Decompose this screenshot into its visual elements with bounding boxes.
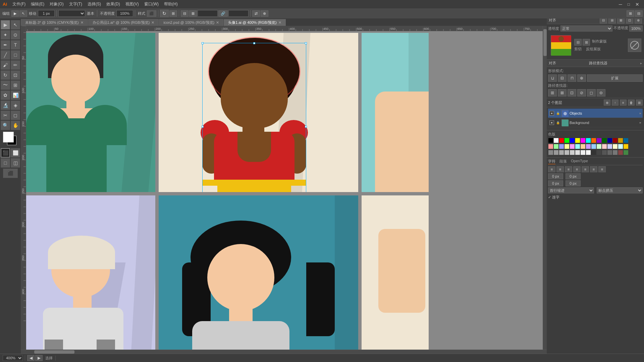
rotate-tool[interactable]: ↻: [1, 70, 10, 80]
swatch[interactable]: [602, 150, 607, 155]
swatch[interactable]: [607, 144, 612, 149]
menu-help[interactable]: 帮助(H): [161, 1, 180, 7]
warp-tool[interactable]: 〜: [1, 80, 10, 90]
layer-lock-objects[interactable]: 🔒: [555, 111, 560, 116]
swatch[interactable]: [624, 144, 628, 149]
new-sublayer-btn[interactable]: ⊕: [604, 100, 610, 106]
zoom-tool[interactable]: 🔍: [1, 121, 10, 130]
space-before-input[interactable]: [566, 173, 581, 179]
hscroll-thumb[interactable]: [34, 350, 74, 354]
layer-eye-objects[interactable]: ●: [549, 111, 554, 116]
pathfinder-section-header[interactable]: 对齐 路径查找器 ▸: [547, 60, 644, 67]
intersect-btn[interactable]: ⊓: [568, 74, 576, 82]
free-transform-tool[interactable]: ⊞: [11, 80, 20, 90]
justify-force-btn[interactable]: ≡: [582, 166, 589, 172]
swatch[interactable]: [565, 150, 569, 155]
swatch[interactable]: [586, 138, 591, 143]
arrange-btn[interactable]: ⊞: [169, 10, 177, 17]
trim-btn[interactable]: ⊠: [558, 89, 567, 97]
tab-close-3[interactable]: ✕: [278, 20, 281, 25]
justify-btn[interactable]: ≡: [573, 166, 581, 172]
swatch[interactable]: [559, 144, 564, 149]
swatch[interactable]: [559, 150, 564, 155]
swatch[interactable]: [613, 138, 618, 143]
w-input[interactable]: [198, 10, 218, 17]
menu-window[interactable]: 窗口(W): [142, 1, 161, 7]
clip-btn-2[interactable]: ⊞: [583, 39, 590, 46]
opacity-value-input[interactable]: [629, 25, 643, 32]
layer-item-objects[interactable]: ● 🔒 Objects ▸: [548, 109, 643, 118]
scissors-tool[interactable]: ✂: [1, 111, 10, 120]
more-btn[interactable]: ⊕: [261, 10, 268, 17]
swatch[interactable]: [607, 138, 612, 143]
swatch[interactable]: [548, 150, 553, 155]
tab-close-0[interactable]: ✕: [80, 20, 84, 25]
vscroll-thumb[interactable]: [543, 29, 547, 56]
layer-lock-background[interactable]: 🔒: [555, 120, 560, 125]
crop-btn[interactable]: ⊘: [577, 89, 586, 97]
eraser-tool[interactable]: ◻: [11, 111, 20, 120]
layer-item-background[interactable]: ● 🔒 Background ▸: [548, 118, 643, 127]
minimize-btn[interactable]: ─: [617, 2, 624, 7]
gradient-tool[interactable]: ⬜: [11, 148, 20, 158]
align-left-btn[interactable]: ≡: [548, 166, 555, 172]
layer-eye-background[interactable]: ●: [549, 120, 554, 125]
opentype-tab[interactable]: OpenType: [571, 159, 588, 164]
char-tab[interactable]: 字符: [548, 159, 555, 164]
swatch[interactable]: [581, 144, 585, 149]
swatch[interactable]: [591, 138, 596, 143]
divide-btn[interactable]: ⊞: [548, 89, 557, 97]
swatch[interactable]: [597, 144, 601, 149]
swatch[interactable]: [624, 150, 628, 155]
minus-front-btn[interactable]: ⊟: [558, 74, 567, 82]
swatch[interactable]: [554, 138, 558, 143]
clip-btn-1[interactable]: ⊟: [574, 39, 582, 46]
pencil-tool[interactable]: ✏: [11, 60, 20, 70]
swatch[interactable]: [570, 150, 575, 155]
stroke-style-select[interactable]: [58, 10, 85, 17]
fill-tool[interactable]: ⬛: [1, 148, 10, 158]
distribute-btn[interactable]: ⊠: [189, 10, 197, 17]
swatch[interactable]: [554, 144, 558, 149]
opacity-input[interactable]: [116, 10, 133, 17]
swatch[interactable]: [618, 138, 623, 143]
refresh-btn[interactable]: ↻: [160, 10, 169, 17]
canvas-area[interactable]: ✋: [26, 31, 547, 354]
swatch[interactable]: [581, 150, 585, 155]
justify-all-btn[interactable]: ≡: [590, 166, 597, 172]
swatch[interactable]: [602, 138, 607, 143]
pen-tool[interactable]: ✒: [1, 40, 10, 50]
menu-text[interactable]: 文字(T): [66, 1, 85, 7]
eyedropper-tool[interactable]: 🔬: [1, 101, 10, 110]
close-btn[interactable]: ✕: [633, 2, 641, 7]
ligature-check[interactable]: ✓ 连字: [548, 195, 559, 199]
no-effect-btn[interactable]: [628, 39, 641, 52]
swatch[interactable]: [581, 138, 585, 143]
para-tab[interactable]: 段落: [559, 159, 567, 164]
column-graph-tool[interactable]: 📊: [11, 90, 20, 100]
swatch[interactable]: [565, 144, 569, 149]
swatch[interactable]: [570, 144, 575, 149]
prev-artboard-btn[interactable]: ◀: [27, 355, 35, 361]
space-after-input[interactable]: [566, 180, 581, 186]
next-artboard-btn[interactable]: ▶: [35, 355, 43, 361]
swatch[interactable]: [618, 144, 623, 149]
symbol-tool[interactable]: ✿: [1, 90, 10, 100]
style-btn[interactable]: ⬛: [147, 10, 156, 17]
swatch[interactable]: [597, 138, 601, 143]
select-tool-btn[interactable]: ▶: [11, 10, 19, 17]
blend-tool[interactable]: ◈: [11, 101, 20, 110]
tab-close-2[interactable]: ✕: [216, 20, 219, 25]
expand-shape-btn[interactable]: 扩展: [587, 74, 643, 82]
swatch[interactable]: [570, 138, 575, 143]
indent-input[interactable]: [548, 173, 563, 179]
menu-view[interactable]: 视图(V): [123, 1, 142, 7]
magic-wand-tool[interactable]: ✦: [1, 30, 10, 40]
swatch[interactable]: [591, 150, 596, 155]
rect-tool[interactable]: □: [11, 50, 20, 60]
lasso-tool[interactable]: ⊙: [11, 30, 20, 40]
paintbrush-tool[interactable]: 🖌: [1, 60, 10, 70]
direct-select-btn[interactable]: ↖: [19, 10, 27, 17]
drawing-mode[interactable]: ◫: [11, 158, 20, 168]
h-input[interactable]: [228, 10, 249, 17]
